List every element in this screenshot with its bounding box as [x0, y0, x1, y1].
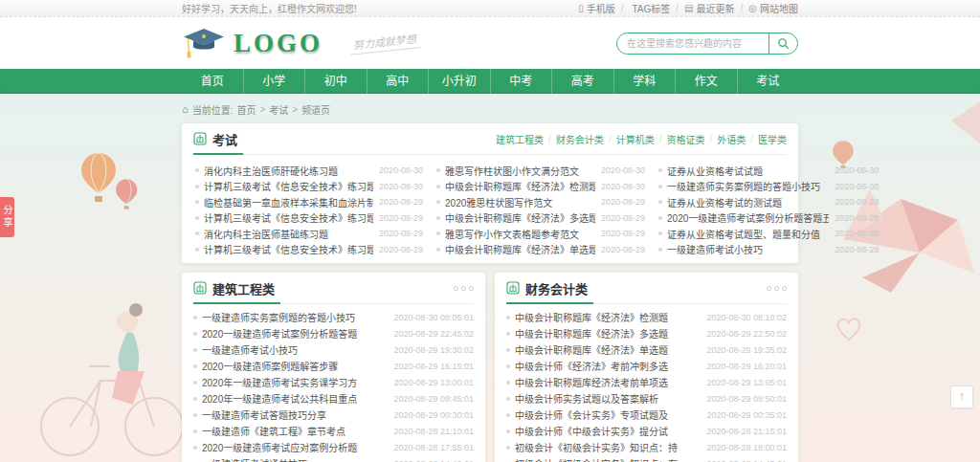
building-icon [506, 281, 520, 295]
article-time: 2020-08-30 08:10:02 [706, 313, 787, 322]
article-title[interactable]: 中级会计职称题库《经济法》单选题练习 [445, 242, 595, 256]
article-title[interactable]: 初级会计《初级会计实务》知识点：持 [515, 440, 701, 454]
nav-item[interactable]: 作文 [675, 69, 737, 94]
article-title[interactable]: 2020年一级建造师考试实务课学习方 [202, 375, 388, 389]
article-title[interactable]: 一级建造师考试小技巧 [202, 342, 388, 357]
topbar-link[interactable]: ▯ 手机版 [578, 1, 615, 15]
article-item: 一级建造师考试小技巧 2020-08-29 19:30:02 [193, 341, 474, 358]
article-item: 一级建造师考试答题技巧分享 2020-08-29 00:30:01 [193, 407, 474, 423]
article-title[interactable]: 中级会计师《中级会计实务》提分试 [515, 424, 701, 438]
category-link[interactable]: 外语类 [717, 132, 746, 146]
logo-text: LOGO [234, 29, 323, 58]
article-title[interactable]: 消化内科主治医师肝硬化练习题 [204, 164, 373, 178]
nav-item[interactable]: 小学 [243, 69, 305, 94]
exam-categories: 建筑工程类 / 财务会计类 / 计算机类 / 资格证类 / 外语类 / 医学类 [496, 132, 787, 146]
panel-more-button[interactable] [454, 286, 474, 291]
article-item: 2020雅思柱状图写作范文 2020-08-29 [436, 194, 645, 210]
topbar-link[interactable]: TAG标签 [629, 1, 670, 15]
article-item: 中级会计职称题库《经济法》检测题 2020-08-30 [436, 179, 645, 195]
bullet-icon [193, 332, 197, 336]
article-date: 2020-08-30 [601, 165, 645, 175]
bullet-icon [658, 185, 662, 188]
article-title[interactable]: 计算机三级考试《信息安全技术》练习题含答 [204, 242, 373, 256]
nav-item[interactable]: 小升初 [428, 69, 490, 94]
article-date: 2020-08-29 [601, 213, 645, 223]
category-link[interactable]: 建筑工程类 [496, 132, 544, 146]
article-title[interactable]: 2020一级建造师考试应对案例分析题 [202, 440, 388, 454]
article-title[interactable]: 证券从业资格考试的测试题 [667, 195, 829, 209]
bullet-icon [658, 231, 662, 235]
article-title[interactable]: 雅思写作柱状图小作文满分范文 [445, 164, 595, 178]
article-item: 2020一级建造师考试案例分析题答题 2020-08-29 22:45:02 [193, 325, 474, 341]
article-title[interactable]: 临检基础第一章血液样本采集和血涂片制备试 [204, 195, 373, 209]
nav-item[interactable]: 高中 [367, 69, 429, 94]
back-to-top-button[interactable]: ↑ [950, 385, 973, 408]
nav-item[interactable]: 高考 [551, 69, 613, 94]
breadcrumb-item[interactable]: 频道页 [301, 102, 330, 117]
article-item: 消化内科主治医师基础练习题 2020-08-29 [195, 226, 423, 242]
building-icon [193, 132, 207, 145]
topbar-link-icon: ▯ [578, 4, 584, 13]
article-title[interactable]: 计算机三级考试《信息安全技术》练习题与答 [204, 210, 373, 225]
article-title[interactable]: 一级建造师考试通关技巧 [202, 456, 388, 462]
article-title[interactable]: 中级会计师《经济法》考前冲刺多选 [515, 359, 701, 373]
article-time: 2020-08-29 13:05:01 [706, 378, 787, 387]
panel-more-button[interactable] [767, 286, 787, 291]
bullet-icon [506, 381, 510, 385]
article-title[interactable]: 2020一级建造师考试案例分析题答题 [202, 326, 388, 341]
category-link[interactable]: 医学类 [758, 132, 787, 146]
article-date: 2020-08-29 [835, 229, 879, 238]
article-title[interactable]: 计算机三级考试《信息安全技术》练习题及答 [204, 179, 373, 193]
article-title[interactable]: 中级会计师实务试题以及答案解析 [515, 391, 701, 406]
article-title[interactable]: 证券从业资格考试试题 [667, 164, 829, 178]
article-title[interactable]: 一级建造师考试小技巧 [667, 242, 829, 256]
category-link[interactable]: 计算机类 [616, 132, 655, 146]
article-title[interactable]: 初级会计《初级会计实务》知识点：存 [515, 456, 701, 462]
category-link[interactable]: 财务会计类 [556, 132, 604, 146]
building-article-list: 一级建造师实务案例题的答题小技巧 2020-08-30 08:05:01 202… [193, 304, 474, 462]
article-title[interactable]: 消化内科主治医师基础练习题 [204, 227, 373, 241]
search-button[interactable] [768, 33, 797, 54]
article-title[interactable]: 一级建造师《建筑工程》章节考点 [202, 424, 388, 438]
article-title[interactable]: 中级会计职称题库《经济法》多选题 [515, 326, 701, 341]
article-title[interactable]: 中级会计职称题库《经济法》检测题 [515, 310, 701, 324]
search-input[interactable] [617, 33, 768, 54]
article-title[interactable]: 中级会计师《会计实务》专项试题及 [515, 407, 701, 422]
article-title[interactable]: 2020雅思柱状图写作范文 [445, 195, 595, 209]
article-title[interactable]: 中级会计职称题库《经济法》单选题 [515, 342, 701, 357]
article-title[interactable]: 2020一级建造师案例题解答步骤 [202, 359, 388, 373]
topbar-link[interactable]: ▤ 最近更新 [684, 1, 734, 15]
breadcrumb-item[interactable]: 首页 [236, 102, 256, 117]
topbar-link[interactable]: ◎ 网站地图 [748, 1, 798, 15]
nav-item[interactable]: 初中 [304, 69, 367, 94]
article-title[interactable]: 2020一级建造师考试案例分析题答题五大要 [667, 210, 829, 225]
share-button[interactable]: 分享 [0, 197, 14, 237]
article-title[interactable]: 一级建造师实务案例题的答题小技巧 [667, 179, 829, 193]
separator: / [609, 134, 612, 144]
article-title[interactable]: 中级会计职称题库经济法考前单项选 [515, 375, 701, 389]
topbar-link-label: 手机版 [587, 1, 615, 15]
logo-link[interactable]: LOGO [182, 26, 323, 60]
article-title[interactable]: 2020年一级建造师考试公共科目重点 [202, 391, 388, 406]
nav-item[interactable]: 首页 [182, 69, 243, 94]
article-title[interactable]: 中级会计职称题库《经济法》检测题 [445, 179, 595, 193]
article-title[interactable]: 雅思写作小作文表格题参考范文 [445, 227, 595, 241]
article-time: 2020-08-29 13:00:01 [393, 378, 474, 387]
category-link[interactable]: 资格证类 [666, 132, 704, 146]
exam-column-3: 证券从业资格考试试题 2020-08-30 一级建造师实务案例题的答题小技巧 2… [658, 163, 879, 257]
article-title[interactable]: 中级会计职称题库《经济法》多选题练习 [445, 210, 595, 225]
bullet-icon [658, 168, 662, 172]
article-title[interactable]: 一级建造师考试答题技巧分享 [202, 407, 388, 422]
article-item: 中级会计职称题库《经济法》检测题 2020-08-30 08:10:02 [506, 309, 787, 325]
nav-item[interactable]: 学科 [613, 69, 676, 94]
breadcrumb-item[interactable]: 考试 [269, 102, 288, 117]
search-box [616, 33, 798, 55]
slogan-text: 努力成就梦想 [348, 30, 421, 55]
nav-item[interactable]: 考试 [737, 69, 799, 94]
nav-item[interactable]: 中考 [490, 69, 552, 94]
article-item: 中级会计师《经济法》考前冲刺多选 2020-08-29 16:20:01 [506, 358, 787, 374]
finance-panel: 财务会计类 中级会计职称题库《经济法》检测题 2020-08-30 08:10:… [495, 273, 798, 462]
bullet-icon [436, 200, 440, 204]
article-title[interactable]: 证券从业资格考试题型、题量和分值 [667, 227, 829, 241]
article-title[interactable]: 一级建造师实务案例题的答题小技巧 [202, 310, 388, 324]
